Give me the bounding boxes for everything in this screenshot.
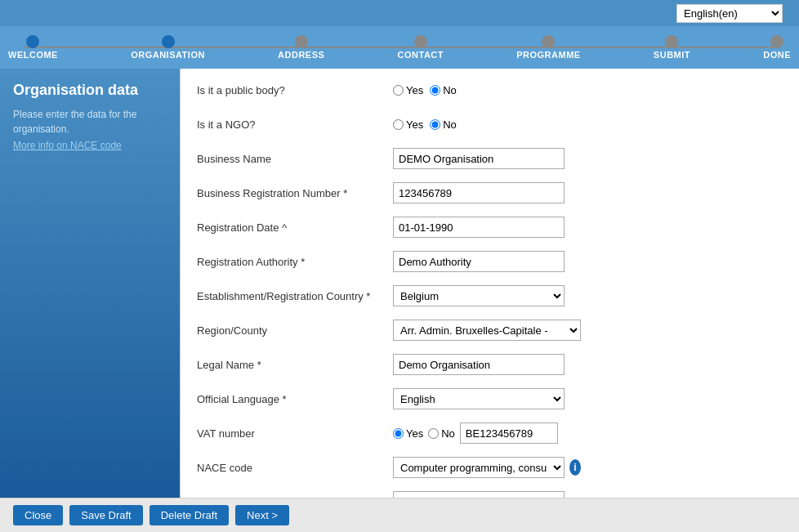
public-body-row: Is it a public body? Yes No [197, 77, 783, 103]
business-reg-number-row: Business Registration Number * [197, 180, 783, 206]
official-language-select[interactable]: English French German Dutch [393, 388, 565, 409]
step-circle-contact [414, 35, 427, 48]
sidebar: Organisation data Please enter the data … [0, 69, 180, 498]
legal-name-control [393, 354, 581, 375]
vat-yes-radio[interactable] [393, 428, 404, 439]
sidebar-title: Organisation data [13, 82, 167, 99]
nace-control: Computer programming, consult Other i [393, 457, 581, 478]
business-name-control [393, 148, 581, 169]
step-label-welcome: WELCOME [8, 50, 58, 60]
bottom-bar: Close Save Draft Delete Draft Next > [0, 498, 799, 532]
registration-date-row: Registration Date ^ [197, 214, 783, 240]
region-county-row: Region/County Arr. Admin. Bruxelles-Capi… [197, 317, 783, 343]
business-reg-number-control [393, 182, 581, 203]
region-county-control: Arr. Admin. Bruxelles-Capitale - Other [393, 320, 581, 341]
nace-label: NACE code [197, 462, 393, 474]
vat-row: VAT number Yes No [197, 420, 783, 446]
nace-row: NACE code Computer programming, consult … [197, 454, 783, 481]
public-body-no-radio[interactable] [430, 85, 440, 96]
delete-draft-button[interactable]: Delete Draft [150, 505, 229, 525]
step-label-done: DONE [763, 50, 791, 60]
step-done[interactable]: DONE [763, 35, 791, 60]
form-area: Is it a public body? Yes No Is it a NGO?… [180, 69, 799, 498]
legal-form-label: Legal Form [197, 496, 393, 498]
save-draft-button[interactable]: Save Draft [69, 505, 142, 525]
step-circle-submit [665, 35, 678, 48]
sidebar-description: Please enter the data for the organisati… [13, 107, 167, 136]
legal-name-label: Legal Name * [197, 359, 393, 371]
vat-no-radio[interactable] [428, 428, 439, 439]
establishment-country-control: Belgium France Germany Netherlands [393, 285, 581, 306]
ngo-label: Is it a NGO? [197, 118, 393, 131]
step-label-contact: CONTACT [398, 50, 444, 60]
legal-form-row: Legal Form UNKNOWN Public Private [197, 489, 783, 498]
establishment-country-select[interactable]: Belgium France Germany Netherlands [393, 285, 565, 306]
business-name-label: Business Name [197, 153, 393, 165]
legal-name-row: Legal Name * [197, 351, 783, 378]
step-label-submit: SUBMIT [654, 50, 690, 60]
step-welcome[interactable]: WELCOME [8, 35, 58, 60]
registration-authority-input[interactable] [393, 251, 565, 272]
step-circle-welcome [26, 35, 39, 48]
nace-info-icon[interactable]: i [569, 459, 581, 476]
step-circle-address [295, 35, 308, 48]
official-language-row: Official Language * English French Germa… [197, 386, 783, 412]
vat-yes-label[interactable]: Yes [393, 427, 423, 440]
step-organisation[interactable]: ORGANISATION [131, 35, 205, 60]
nace-select[interactable]: Computer programming, consult Other [393, 457, 565, 478]
ngo-yes-radio[interactable] [393, 119, 404, 130]
step-circle-done [770, 35, 783, 48]
business-name-row: Business Name [197, 145, 783, 172]
step-programme[interactable]: PROGRAMME [516, 35, 580, 60]
nav-steps: WELCOME ORGANISATION ADDRESS CONTACT PRO… [0, 26, 799, 69]
step-address[interactable]: ADDRESS [278, 35, 324, 60]
registration-authority-row: Registration Authority * [197, 248, 783, 275]
business-reg-number-label: Business Registration Number * [197, 187, 393, 199]
step-label-organisation: ORGANISATION [131, 50, 205, 60]
step-label-programme: PROGRAMME [516, 50, 580, 60]
step-contact[interactable]: CONTACT [398, 35, 444, 60]
registration-date-control [393, 217, 581, 238]
steps-container: WELCOME ORGANISATION ADDRESS CONTACT PRO… [8, 35, 791, 60]
ngo-no-label[interactable]: No [430, 118, 457, 131]
public-body-yes-radio[interactable] [393, 85, 404, 96]
public-body-no-label[interactable]: No [430, 84, 457, 96]
legal-form-select[interactable]: UNKNOWN Public Private [393, 491, 565, 498]
business-reg-number-input[interactable] [393, 182, 565, 203]
registration-date-input[interactable] [393, 217, 565, 238]
language-select[interactable]: English(en) French(fr) German(de) [676, 4, 783, 23]
vat-number-input[interactable] [460, 422, 558, 444]
public-body-label: Is it a public body? [197, 84, 393, 96]
official-language-control: English French German Dutch [393, 388, 581, 409]
vat-no-label[interactable]: No [428, 427, 455, 440]
registration-authority-label: Registration Authority * [197, 256, 393, 268]
registration-authority-control [393, 251, 581, 272]
ngo-control: Yes No [393, 118, 581, 131]
region-county-label: Region/County [197, 324, 393, 337]
public-body-control: Yes No [393, 84, 581, 96]
next-button[interactable]: Next > [235, 505, 289, 525]
nace-link[interactable]: More info on NACE code [13, 140, 167, 151]
region-county-select[interactable]: Arr. Admin. Bruxelles-Capitale - Other [393, 320, 581, 341]
ngo-row: Is it a NGO? Yes No [197, 111, 783, 137]
establishment-country-label: Establishment/Registration Country * [197, 290, 393, 302]
step-circle-organisation [162, 35, 175, 48]
main-content: Organisation data Please enter the data … [0, 69, 799, 498]
establishment-country-row: Establishment/Registration Country * Bel… [197, 283, 783, 309]
close-button[interactable]: Close [13, 505, 63, 525]
top-bar: English(en) French(fr) German(de) [0, 0, 799, 26]
business-name-input[interactable] [393, 148, 565, 169]
step-submit[interactable]: SUBMIT [654, 35, 690, 60]
language-selector-wrapper: English(en) French(fr) German(de) [676, 4, 783, 23]
ngo-yes-label[interactable]: Yes [393, 118, 423, 131]
step-circle-programme [542, 35, 555, 48]
legal-name-input[interactable] [393, 354, 565, 375]
vat-control: Yes No [393, 422, 581, 444]
legal-form-control: UNKNOWN Public Private [393, 491, 581, 498]
public-body-yes-label[interactable]: Yes [393, 84, 423, 96]
step-label-address: ADDRESS [278, 50, 324, 60]
official-language-label: Official Language * [197, 393, 393, 405]
ngo-no-radio[interactable] [430, 119, 440, 130]
vat-label: VAT number [197, 427, 393, 440]
registration-date-label: Registration Date ^ [197, 221, 393, 234]
